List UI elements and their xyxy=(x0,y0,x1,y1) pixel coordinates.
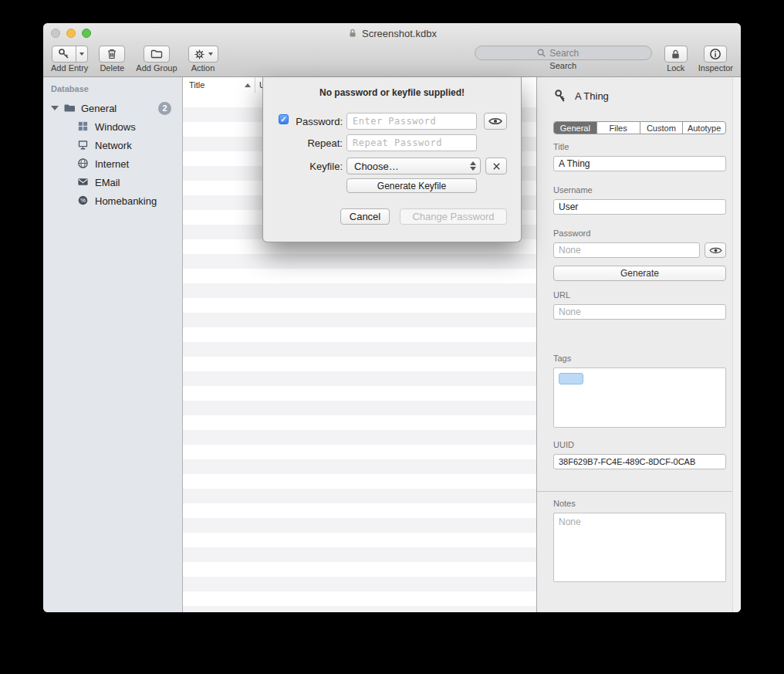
notes-label: Notes xyxy=(553,499,576,508)
toolbar: Add Entry Delete Add Group xyxy=(43,43,741,77)
zoom-button[interactable] xyxy=(82,29,91,38)
dialog-password-label: Password: xyxy=(292,116,343,127)
dialog-repeat-label: Repeat: xyxy=(292,137,343,149)
change-password-sheet: No password or keyfile supplied! ✓ Passw… xyxy=(262,77,522,242)
search-item: Search xyxy=(475,46,652,70)
disclosure-triangle-icon[interactable] xyxy=(51,106,59,110)
gear-icon xyxy=(194,49,205,60)
add-entry-item: Add Entry xyxy=(51,46,88,73)
sidebar-header: Database xyxy=(43,81,182,99)
generate-keyfile-button[interactable]: Generate Keyfile xyxy=(346,178,477,193)
tags-label: Tags xyxy=(553,354,571,363)
tab-general[interactable]: General xyxy=(554,122,596,134)
svg-text:%: % xyxy=(80,197,86,204)
windows-icon xyxy=(77,120,90,133)
lock-button[interactable] xyxy=(664,46,688,63)
generate-password-button[interactable]: Generate xyxy=(553,266,726,281)
username-label: Username xyxy=(553,185,593,195)
tab-autotype[interactable]: Autotype xyxy=(682,122,725,134)
sidebar-item-windows[interactable]: Windows xyxy=(43,117,182,136)
close-button[interactable] xyxy=(51,29,60,38)
eye-icon xyxy=(488,117,502,126)
monitor-icon xyxy=(77,139,90,151)
key-plus-icon xyxy=(52,46,76,62)
password-label: Password xyxy=(553,229,590,238)
inspector-panel: A Thing General Files Custom Autotype Ti… xyxy=(536,77,741,612)
envelope-icon xyxy=(77,176,90,188)
lock-icon xyxy=(670,49,681,60)
column-divider[interactable] xyxy=(255,77,255,93)
popup-stepper-icon xyxy=(470,161,476,171)
info-icon xyxy=(709,48,721,60)
url-label: URL xyxy=(553,290,570,300)
inspector-tabs: General Files Custom Autotype xyxy=(553,121,726,134)
password-checkbox[interactable]: ✓ xyxy=(279,114,289,124)
cancel-button[interactable]: Cancel xyxy=(340,208,390,225)
lock-item: Lock xyxy=(664,46,688,73)
key-icon xyxy=(553,89,568,103)
add-entry-button[interactable] xyxy=(52,46,88,63)
document-icon xyxy=(347,28,358,39)
sidebar-item-network[interactable]: Network xyxy=(43,136,182,154)
username-field[interactable] xyxy=(553,199,726,215)
reveal-password-button[interactable] xyxy=(705,242,726,258)
tab-files[interactable]: Files xyxy=(596,122,640,134)
tags-field[interactable] xyxy=(553,367,726,428)
add-group-item: Add Group xyxy=(136,46,177,73)
search-input[interactable] xyxy=(548,47,590,59)
search-field[interactable] xyxy=(475,46,652,60)
sort-ascending-icon xyxy=(245,83,251,87)
column-header-title[interactable]: Title xyxy=(189,80,204,90)
add-entry-dropdown[interactable] xyxy=(76,46,87,62)
tag-pill[interactable] xyxy=(559,373,583,384)
chevron-down-icon xyxy=(79,52,84,56)
globe-icon xyxy=(77,157,90,170)
action-item: Action xyxy=(188,46,218,73)
eye-icon xyxy=(709,246,722,255)
notes-field[interactable] xyxy=(553,513,726,582)
app-window: Screenshot.kdbx Add Entry Delete xyxy=(43,23,741,612)
title-label: Title xyxy=(553,142,569,151)
uuid-label: UUID xyxy=(553,440,574,449)
sidebar-item-general[interactable]: General 2 xyxy=(43,99,182,117)
minimize-button[interactable] xyxy=(66,29,76,38)
dialog-repeat-input[interactable] xyxy=(346,134,477,151)
folder-plus-icon xyxy=(150,48,163,60)
entry-header: A Thing xyxy=(553,89,609,103)
uuid-field[interactable] xyxy=(553,454,726,469)
dialog-password-input[interactable] xyxy=(346,113,477,130)
search-icon xyxy=(536,48,546,58)
dialog-message: No password or keyfile supplied! xyxy=(263,87,521,98)
add-group-button[interactable] xyxy=(144,46,170,63)
delete-item: Delete xyxy=(99,46,125,73)
trash-icon xyxy=(106,48,118,60)
change-password-button[interactable]: Change Password xyxy=(400,208,507,225)
delete-button[interactable] xyxy=(99,46,125,63)
clear-keyfile-button[interactable] xyxy=(485,157,507,174)
window-title: Screenshot.kdbx xyxy=(347,28,437,39)
percent-coin-icon: % xyxy=(77,195,90,207)
dialog-reveal-button[interactable] xyxy=(484,113,507,130)
chevron-down-icon xyxy=(208,52,213,56)
title-bar[interactable]: Screenshot.kdbx xyxy=(43,23,741,43)
folder-icon xyxy=(63,102,76,114)
traffic-lights xyxy=(51,29,91,38)
tab-custom[interactable]: Custom xyxy=(640,122,683,134)
sidebar: Database General 2 Windows Network xyxy=(43,77,183,612)
password-field[interactable] xyxy=(553,242,700,258)
inspector-button[interactable] xyxy=(704,46,727,63)
entry-title: A Thing xyxy=(575,90,609,102)
title-field[interactable] xyxy=(553,156,726,171)
sidebar-item-email[interactable]: EMail xyxy=(43,173,182,191)
section-divider xyxy=(537,491,741,492)
dialog-keyfile-label: Keyfile: xyxy=(292,161,343,172)
action-button[interactable] xyxy=(188,46,218,63)
url-field[interactable] xyxy=(553,304,726,320)
inspector-scrollbar[interactable] xyxy=(732,77,741,612)
count-badge: 2 xyxy=(158,102,171,115)
close-x-icon xyxy=(492,162,501,171)
sidebar-item-internet[interactable]: Internet xyxy=(43,154,182,173)
keyfile-popup[interactable]: Choose… xyxy=(346,157,481,174)
inspector-item: Inspector xyxy=(698,46,733,73)
sidebar-item-homebanking[interactable]: % Homebanking xyxy=(43,191,182,210)
